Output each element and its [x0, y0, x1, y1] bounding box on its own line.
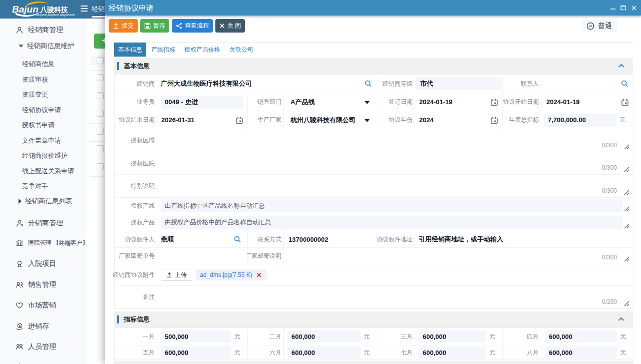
auth-line-textarea[interactable]: 由产线指标中的产品线名称自动汇总 [157, 198, 633, 214]
select-all-checkbox[interactable] [97, 57, 104, 64]
sidebar-item-doc-seal[interactable]: 文件盖章申请 [0, 135, 86, 147]
search-icon[interactable] [234, 236, 241, 243]
resize-grip-icon[interactable] [623, 166, 629, 172]
auth-product-textarea[interactable]: 由授权产品价格中的产品名称自动汇总 [157, 214, 633, 231]
calendar-icon[interactable] [491, 99, 498, 106]
row-checkbox[interactable] [97, 163, 104, 170]
auth-hospital-textarea[interactable]: 0/300 [157, 152, 633, 174]
month-quota-field[interactable]: 600,000 元 [541, 345, 633, 359]
row-checkbox[interactable] [97, 128, 104, 135]
sidebar-item-hospital-mgmt[interactable]: 医院管理 【终端客户】 [0, 237, 86, 249]
sidebar-item-agreement-apply[interactable]: 经销协议申请 [0, 104, 86, 116]
mail-note-textarea[interactable]: 0/300 [284, 248, 633, 264]
sidebar-item-more[interactable] [0, 360, 86, 364]
upload-button[interactable]: 上传 [161, 269, 192, 281]
yuan-circle-icon [16, 322, 24, 330]
sidebar-item-sales-mgmt[interactable]: 销售管理 [0, 279, 86, 291]
menu-toggle-icon[interactable] [81, 6, 88, 13]
agreement-year-field[interactable]: 2024 [415, 111, 502, 129]
dealer-field[interactable]: 广州大成生物医疗科技有限公司 [157, 75, 377, 93]
sidebar-item-dealer-mgmt[interactable]: 经销商管理 [0, 24, 86, 36]
month-quota-field[interactable]: 600,000 元 [415, 345, 502, 359]
sidebar-item-qual-audit[interactable]: 资质审核 [0, 74, 86, 86]
field-label: 经销商 [115, 75, 157, 93]
sales-dept-select[interactable]: A产品线 [284, 93, 377, 111]
field-label: 一月 [115, 328, 157, 345]
sidebar-item-admission-project[interactable]: 入院项目 [0, 258, 86, 270]
sidebar-group-dealer-info-list[interactable]: 经销商信息列表 [0, 195, 86, 207]
contact-field[interactable] [541, 75, 633, 93]
calendar-icon[interactable] [621, 99, 628, 106]
sidebar-item-auth-letter[interactable]: 授权书申请 [0, 119, 86, 131]
month-quota-field[interactable]: 600,000 元 [284, 328, 377, 345]
month-quota-field[interactable]: 600,000 元 [284, 345, 377, 359]
resize-grip-icon[interactable] [623, 300, 629, 306]
resize-grip-icon[interactable] [623, 143, 629, 150]
attachment-field: 上传 ad_dms.jpg(7.55 K) ✕ [157, 264, 633, 285]
special-note-textarea[interactable]: 0/300 [157, 175, 633, 197]
start-date-field[interactable]: 2024-01-19 [541, 93, 633, 111]
return-no-field[interactable] [157, 248, 247, 264]
calendar-icon[interactable] [491, 117, 498, 124]
tab-auth-product-price[interactable]: 授权产品价格 [180, 43, 224, 57]
auth-region-textarea[interactable]: 0/300 [157, 129, 633, 152]
calendar-icon[interactable] [236, 117, 243, 124]
close-window-button[interactable] [628, 0, 639, 16]
person-badge-icon [16, 219, 24, 227]
month-quota-field[interactable]: 500,000 元 [157, 328, 247, 345]
collapse-chevron-icon[interactable] [618, 64, 624, 68]
address-field[interactable]: 引用经销商地址，或手动输入 [415, 231, 633, 247]
phone-field[interactable]: 13700000002 [284, 231, 377, 247]
remark-textarea[interactable]: 0/250 [157, 286, 633, 308]
month-quota-field[interactable]: 600,000 元 [541, 328, 633, 345]
app-logo: Bajun 八骏科技 Anyone,Anytime,Anywhere! [10, 2, 90, 20]
maximize-button[interactable] [618, 0, 628, 16]
sidebar-group-dealer-info-maint[interactable]: 经销商信息维护 [0, 40, 86, 52]
sidebar-item-distributor-mgmt[interactable]: 分销商管理 [0, 217, 86, 229]
close-modal-button[interactable]: 关 闭 [215, 19, 245, 33]
priority-badge[interactable]: 普通 [582, 20, 617, 32]
sidebar-item-competitor[interactable]: 竞争对手 [0, 180, 86, 192]
sidebar-item-personnel-mgmt[interactable]: 人员管理 [0, 341, 86, 353]
field-label: 年度总指标 [503, 111, 541, 129]
sign-date-field[interactable]: 2024-01-19 [415, 93, 502, 111]
dealer-level-field[interactable]: 市代 [415, 75, 502, 93]
row-checkbox[interactable] [97, 74, 104, 81]
sidebar-item-qual-change[interactable]: 资质变更 [0, 89, 86, 101]
sidebar-item-marketing[interactable]: 市场营销 [0, 299, 86, 311]
submit-button[interactable]: 提交 [109, 19, 138, 33]
field-label: 协议收件人 [115, 231, 157, 247]
recipient-field[interactable]: 燕顺 [157, 231, 247, 247]
field-label: 特别说明 [115, 175, 157, 197]
search-icon[interactable] [365, 80, 372, 88]
manufacturer-select[interactable]: 杭州八骏科技有限公司 [284, 111, 377, 129]
row-checkbox[interactable] [97, 92, 104, 99]
attachment-file-chip[interactable]: ad_dms.jpg(7.55 K) ✕ [196, 269, 266, 280]
month-quota-field[interactable]: 600,000 元 [415, 328, 502, 345]
sidebar-item-online-delivery[interactable]: 线上配送关系申请 [0, 165, 86, 177]
resize-grip-icon[interactable] [623, 222, 629, 229]
row-checkbox[interactable] [97, 145, 104, 152]
tab-basic-info[interactable]: 基本信息 [114, 43, 146, 57]
row-checkbox[interactable] [97, 110, 104, 117]
tab-product-line-quota[interactable]: 产线指标 [147, 43, 179, 57]
end-date-field[interactable]: 2026-01-31 [157, 111, 247, 129]
sidebar-item-dealer-info[interactable]: 经销商信息 [0, 58, 86, 70]
resize-grip-icon[interactable] [623, 255, 629, 262]
save-draft-button[interactable]: 暂存 [140, 19, 169, 33]
resize-grip-icon[interactable] [623, 205, 629, 212]
collapse-chevron-icon[interactable] [618, 317, 624, 321]
annual-quota-field[interactable]: 7,700,000.00 元 [541, 111, 633, 129]
salesman-field[interactable]: 0049 - 史进 [157, 93, 247, 111]
remove-file-icon[interactable]: ✕ [256, 271, 262, 279]
search-icon[interactable] [621, 80, 628, 88]
basic-info-form: 经销商 广州大成生物医疗科技有限公司 经销商等级 市代 联系人 业务员 0049… [114, 74, 633, 309]
sidebar-item-quote-maint[interactable]: 经销商报价维护 [0, 150, 86, 162]
month-quota-field[interactable]: 600,000 元 [157, 345, 247, 359]
sidebar-item-inventory[interactable]: 进销存 [0, 320, 86, 332]
field-label: 授权产线 [115, 198, 157, 214]
resize-grip-icon[interactable] [623, 189, 629, 195]
minimize-button[interactable] [607, 0, 618, 16]
tab-related-company[interactable]: 关联公司 [225, 43, 257, 57]
view-flow-button[interactable]: 查看流程 [172, 19, 213, 33]
